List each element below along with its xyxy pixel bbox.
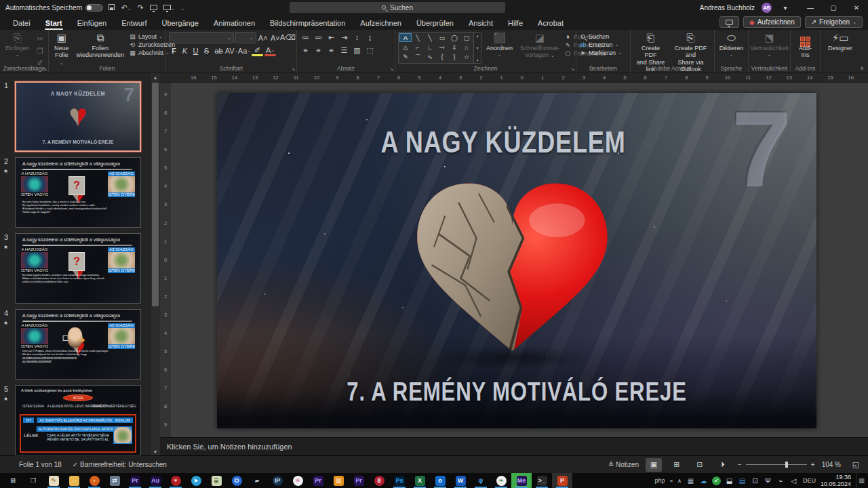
scrollbar-thumb[interactable] [152, 83, 159, 306]
align-right-icon[interactable]: ≡ [326, 45, 337, 56]
keyboard-language[interactable]: DEU [803, 477, 816, 484]
shape-11[interactable]: ⌂ [460, 43, 473, 52]
qat-overflow-icon[interactable]: ⌄ [181, 3, 185, 12]
clipboard-dialog-launcher[interactable]: ↘ [43, 66, 47, 72]
tab-start[interactable]: Start [38, 17, 70, 30]
autosave-switch[interactable] [85, 4, 103, 12]
taskbar-notepad-editor[interactable]: ✎ [43, 473, 64, 488]
heart-graphic[interactable] [400, 169, 624, 365]
notes-toggle[interactable]: ≜ Notizen [608, 461, 639, 468]
record-button[interactable]: ◉Aufzeichnen [743, 16, 801, 28]
tab-übergänge[interactable]: Übergänge [154, 17, 205, 30]
shape-8[interactable]: ∟ [424, 43, 436, 52]
slide-thumbnail-1[interactable]: 7 A NAGY KÜZDELEM ♥♥ 7. A REMÉNY MOTIVÁL… [15, 81, 141, 152]
taskbar-usb-tool[interactable]: ▰ [247, 473, 267, 488]
numbering-icon[interactable]: ≕ [313, 32, 324, 43]
shape-2[interactable]: ╲ [424, 33, 436, 42]
tab-bildschirmpräsentation[interactable]: Bildschirmpräsentation [262, 17, 353, 30]
paste-button[interactable]: ⎘ Einfügen⌄ [3, 32, 33, 68]
tab-einfügen[interactable]: Einfügen [70, 17, 114, 30]
taskbar-blue-coral-app[interactable]: ψ [471, 473, 491, 488]
notification-center-icon[interactable]: ▥ [856, 473, 867, 488]
photos-icon[interactable]: ▦ [686, 476, 695, 485]
shape-15[interactable]: { [436, 53, 448, 62]
taskbar-blue-o-app[interactable]: O [226, 473, 247, 488]
notes-area[interactable]: Klicken Sie, um Notizen hinzuzufügen [160, 437, 868, 455]
shape-4[interactable]: ◯ [448, 33, 460, 42]
account-name[interactable]: Andreas Buchholz [700, 4, 755, 12]
slide-sorter-view-icon[interactable]: ⊞ [669, 458, 685, 472]
shape-13[interactable]: ⌒ [412, 53, 424, 62]
taskbar-start-button[interactable]: ⊞ [3, 473, 23, 488]
taskbar-excel[interactable]: X [410, 473, 430, 488]
scroll-down-icon[interactable]: ▼ [153, 447, 158, 455]
slide-thumbnail-3[interactable]: A nagy küzdelem a sötétségből a világoss… [15, 233, 141, 304]
quick-styles-button[interactable]: ◪ Schnellformat-vorlagen ⌄ [517, 32, 562, 64]
fit-to-window-icon[interactable]: ◱ [848, 458, 864, 472]
shape-3[interactable]: ▭ [436, 33, 448, 42]
taskbar-red-app[interactable]: ✶ [165, 473, 186, 488]
taskbar-telegram[interactable]: ➤ [186, 473, 206, 488]
strikethrough-icon[interactable]: ab [213, 45, 224, 56]
text-direction-icon[interactable]: ↨ [364, 32, 376, 43]
drawing-dialog-launcher[interactable]: ↘ [570, 66, 574, 72]
taskbar-notes-green-app[interactable]: ≣ [206, 473, 226, 488]
shape-gallery[interactable]: A╲╲▭◯▢△⌐∟⇨⇩⌂✎⌒∿{}☆ [398, 32, 474, 64]
slide-canvas-area[interactable]: 9876543210123456789 7 A NAGY KÜZDELEM [160, 83, 868, 437]
clear-formatting-icon[interactable]: A⌫ [282, 33, 294, 43]
onedrive-icon[interactable]: ☁ [699, 476, 708, 485]
tab-datei[interactable]: Datei [5, 17, 38, 30]
slide-editor[interactable]: 7 A NAGY KÜZDELEM [217, 93, 816, 428]
security-lock-icon[interactable]: ⬓ [725, 476, 734, 485]
taskbar-premiere-pro-3[interactable]: Pr [349, 473, 369, 488]
slide-thumbnail-2[interactable]: A nagy küzdelem a sötétségből a világoss… [15, 157, 141, 228]
line-spacing-icon[interactable]: ↕ [351, 32, 363, 43]
ribbon-display-options-icon[interactable]: ▾ [778, 0, 792, 15]
shape-7[interactable]: ⌐ [412, 43, 424, 52]
reading-view-icon[interactable]: ⊡ [692, 458, 708, 472]
shape-16[interactable]: } [448, 53, 460, 62]
select-button[interactable]: ➤Markieren⌄ [579, 49, 627, 56]
designer-button[interactable]: ⚡▭ Designer [823, 32, 857, 52]
cut-icon[interactable]: ✂ [35, 33, 46, 44]
search-input[interactable]: Suchen [290, 2, 505, 13]
paragraph-dialog-launcher[interactable]: ↘ [389, 66, 393, 72]
taskbar-audition[interactable]: Au [145, 473, 165, 488]
ink-replay-icon[interactable]: ⌄ [163, 3, 175, 12]
close-button[interactable]: ✕ [845, 0, 868, 15]
tab-acrobat[interactable]: Acrobat [530, 17, 571, 30]
align-center-icon[interactable]: ≡ [313, 45, 324, 56]
slideshow-view-icon[interactable]: ⏵ [715, 458, 731, 472]
change-case-icon[interactable]: Aa⌄ [239, 45, 250, 56]
tab-überprüfen[interactable]: Überprüfen [409, 17, 461, 30]
collapse-ribbon-icon[interactable]: ∧ [860, 65, 864, 71]
arrange-button[interactable]: ⬛ Anordnen⌄ [484, 32, 515, 64]
decrease-font-icon[interactable]: A˅ [270, 33, 281, 43]
taskbar-powerpoint[interactable]: P [552, 473, 572, 488]
shape-6[interactable]: △ [399, 43, 412, 52]
tab-aufzeichnen[interactable]: Aufzeichnen [353, 17, 409, 30]
bold-button[interactable]: F [169, 46, 179, 56]
zoom-in-icon[interactable]: + [811, 461, 815, 468]
font-color-icon[interactable]: A⌄ [264, 45, 276, 56]
blue-panel-icon[interactable]: ▤ [738, 476, 747, 485]
share-button[interactable]: ↗Freigeben⌄ [805, 16, 863, 28]
new-slide-button[interactable]: ▣ NeueFolie ⌄ [52, 32, 72, 66]
increase-font-icon[interactable]: A˄ [258, 33, 269, 43]
increase-indent-icon[interactable]: ⇥ [338, 32, 350, 43]
text-box-shape[interactable]: A [399, 33, 412, 42]
normal-view-icon[interactable]: ▣ [646, 458, 662, 472]
thumbnail-scrollbar[interactable]: ▲ ▼ [151, 73, 160, 455]
taskbar-leaf-app[interactable]: ❧ [491, 473, 511, 488]
present-from-start-icon[interactable] [150, 3, 157, 12]
replace-button[interactable]: abErsetzen⌄ [579, 41, 627, 48]
antivirus-icon[interactable]: ✔ [712, 476, 721, 485]
character-spacing-icon[interactable]: AV⌄ [226, 45, 237, 56]
taskbar-word[interactable]: W [450, 473, 471, 488]
italic-button[interactable]: K [180, 46, 190, 56]
taskbar-premiere-pro[interactable]: Pr [125, 473, 145, 488]
taskbar-ip-scanner[interactable]: IP [267, 473, 288, 488]
tab-ansicht[interactable]: Ansicht [461, 17, 500, 30]
slide-subtitle[interactable]: 7. A REMÉNY MOTIVÁLÓ EREJE [271, 378, 763, 407]
tray-overflow-icon[interactable]: » [670, 478, 673, 484]
